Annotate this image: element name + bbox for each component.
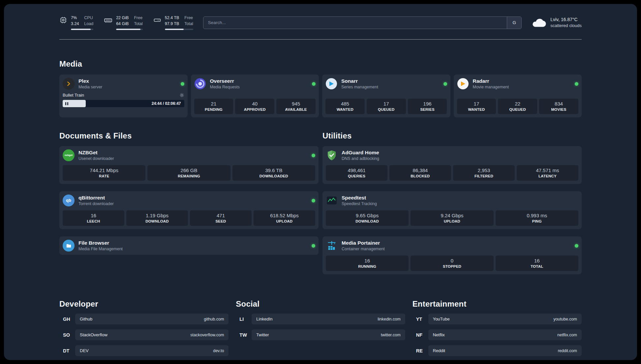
stat-value: 1.19 Gbps	[128, 213, 187, 218]
stat-label: RUNNING	[327, 264, 407, 268]
bookmark-name: Netflix	[433, 332, 445, 337]
stat-label: WANTED	[458, 107, 495, 111]
bookmark-abbr: SO	[59, 332, 75, 338]
portainer-app-link[interactable]: Media Portainer Container management	[326, 240, 578, 252]
cpu-label: CPU	[84, 15, 93, 21]
bookmark-link-stackoverflow[interactable]: StackOverflow stackoverflow.com	[75, 329, 229, 340]
plex-app-link[interactable]: Plex Media server	[63, 78, 184, 90]
status-dot	[312, 82, 316, 86]
stat-tile-series: 196 SERIES	[408, 99, 447, 114]
adguard-card: AdGuard Home DNS and adblocking 498,461 …	[322, 146, 582, 184]
bookmark-github: GH Github github.com	[59, 314, 229, 324]
memory-free-label: Free	[134, 15, 142, 21]
filebrowser-icon	[63, 240, 75, 252]
app-name: File Browser	[78, 240, 123, 246]
stat-tile-approved: 40 APPROVED	[235, 99, 274, 114]
stat-value: 834	[540, 101, 577, 106]
app-desc: Usenet downloader	[78, 156, 114, 161]
bookmark-link-reddit[interactable]: Reddit reddit.com	[428, 345, 582, 356]
stat-tile-filtered: 2,953 FILTERED	[453, 165, 515, 181]
search-input[interactable]	[203, 17, 507, 29]
overseerr-card: Overseerr Media Requests 21 PENDING 40 A…	[191, 75, 319, 117]
weather-location: Lviv, 16.87°C	[550, 16, 582, 23]
qbittorrent-app-link[interactable]: qb qBittorrent Torrent downloader	[63, 195, 315, 206]
memory-total-label: Total	[134, 21, 142, 27]
app-desc: Speedtest Tracking	[342, 201, 377, 206]
cpu-load-label: Load	[84, 21, 93, 27]
stat-label: QUERIES	[327, 174, 386, 178]
app-desc: Movie management	[473, 85, 509, 89]
stat-tile-available: 945 AVAILABLE	[276, 99, 316, 114]
search-engine-button[interactable]: G	[507, 17, 521, 29]
disk-free-value: 52.4 TB	[165, 15, 179, 21]
app-name: Overseerr	[210, 78, 240, 84]
adguard-app-link[interactable]: AdGuard Home DNS and adblocking	[326, 149, 578, 161]
bookmark-link-netflix[interactable]: Netflix netflix.com	[428, 329, 582, 340]
bookmark-link-linkedin[interactable]: LinkedIn linkedin.com	[252, 314, 405, 324]
stat-label: BLOCKED	[391, 174, 450, 178]
bookmark-name: LinkedIn	[256, 317, 272, 321]
playback-time: 24:44 / 02:06:47	[152, 101, 181, 106]
bookmark-link-dev[interactable]: DEV dev.to	[75, 345, 229, 356]
bookmark-name: DEV	[80, 348, 89, 353]
stat-label: DOWNLOADED	[234, 174, 314, 178]
stat-tile-remaining: 266 GB REMAINING	[147, 165, 230, 181]
pause-icon[interactable]	[65, 102, 68, 105]
app-desc: Media Requests	[210, 85, 240, 89]
bookmark-netflix: NF Netflix netflix.com	[412, 329, 582, 340]
memory-widget: 22 GiB 64 GiB Free Total	[104, 15, 143, 30]
bookmark-abbr: NF	[412, 332, 428, 338]
radarr-app-link[interactable]: Radarr Movie management	[457, 78, 579, 90]
stat-tile-total: 16 TOTAL	[496, 256, 578, 271]
bookmark-dev: DT DEV dev.to	[59, 345, 229, 356]
settings-gear-icon[interactable]	[179, 93, 184, 98]
bookmark-youtube: YT YouTube youtube.com	[412, 314, 582, 324]
search-bar: G	[203, 16, 522, 29]
bookmark-url: youtube.com	[553, 317, 577, 321]
memory-progress-bar	[116, 29, 143, 30]
app-name: Plex	[78, 78, 102, 84]
stat-label: APPROVED	[236, 107, 273, 111]
stat-value: 0	[412, 258, 492, 263]
app-name: qBittorrent	[78, 195, 114, 201]
stat-label: QUEUED	[368, 107, 405, 111]
bookmark-link-youtube[interactable]: YouTube youtube.com	[428, 314, 582, 324]
stat-label: UPLOAD	[255, 219, 314, 223]
bookmark-abbr: YT	[412, 317, 428, 322]
app-desc: DNS and adblocking	[342, 156, 379, 161]
disk-total-label: Total	[184, 21, 193, 27]
bookmark-name: Github	[80, 317, 92, 321]
stat-label: PING	[497, 219, 577, 223]
stat-tile-download: 9.65 Gbps DOWNLOAD	[326, 210, 409, 226]
nzbget-app-link[interactable]: nzbget NZBGet Usenet downloader	[63, 149, 315, 161]
stat-label: QUEUED	[499, 107, 536, 111]
stat-tile-queued: 17 QUEUED	[367, 99, 406, 114]
stat-tile-wanted: 485 WANTED	[325, 99, 365, 114]
sonarr-card: Sonarr Series management 485 WANTED 17 Q…	[322, 75, 450, 117]
bookmark-link-twitter[interactable]: Twitter twitter.com	[252, 329, 405, 340]
stat-label: RATE	[64, 174, 144, 178]
radarr-card: Radarr Movie management 17 WANTED 22 QUE…	[454, 75, 582, 117]
stat-tile-latency: 47.571 ms LATENCY	[517, 165, 578, 181]
bookmark-url: github.com	[204, 317, 224, 321]
plex-icon	[63, 78, 75, 90]
bookmark-reddit: RE Reddit reddit.com	[412, 345, 582, 356]
speedtest-app-link[interactable]: Speedtest Speedtest Tracking	[326, 195, 578, 206]
playback-progress-bar[interactable]: 24:44 / 02:06:47	[63, 100, 184, 107]
stat-value: 22	[499, 101, 536, 106]
stat-label: DOWNLOAD	[128, 219, 187, 223]
sonarr-app-link[interactable]: Sonarr Series management	[325, 78, 447, 90]
stat-label: TOTAL	[497, 264, 577, 268]
disk-widget: 52.4 TB 97.9 TB Free Total	[153, 15, 193, 30]
bookmark-link-github[interactable]: Github github.com	[75, 314, 229, 324]
filebrowser-app-link[interactable]: File Browser Media File Management	[63, 240, 315, 252]
stat-value: 17	[368, 101, 405, 106]
stat-value: 16	[64, 213, 123, 218]
stat-tile-downloaded: 39.6 TB DOWNLOADED	[232, 165, 315, 181]
section-title-social: Social	[236, 299, 405, 309]
stat-label: SERIES	[409, 107, 446, 111]
overseerr-app-link[interactable]: Overseerr Media Requests	[194, 78, 316, 90]
bookmark-abbr: LI	[236, 317, 252, 322]
app-name: Radarr	[473, 78, 509, 84]
status-dot	[312, 154, 315, 157]
